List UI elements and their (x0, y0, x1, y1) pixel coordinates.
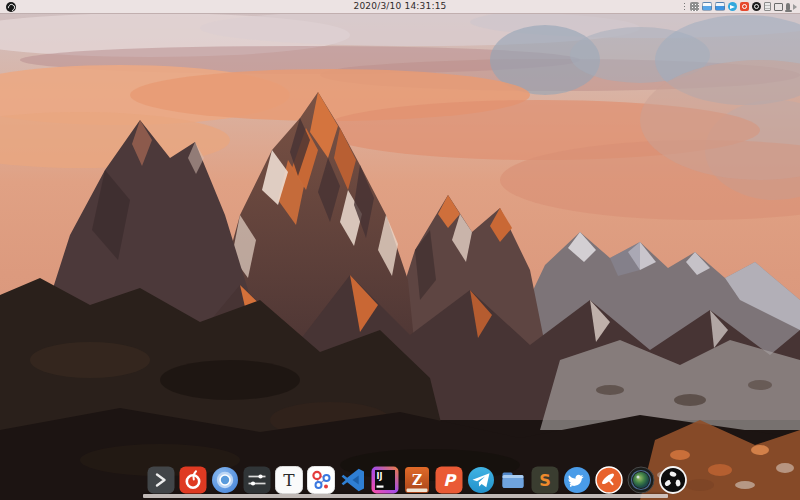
dock-item-crossover[interactable] (594, 465, 624, 495)
desktop: 2020/3/10 14:31:15 (0, 0, 800, 500)
svg-text:IJ: IJ (377, 472, 383, 481)
typora-icon: T (274, 465, 304, 495)
obs-tray-icon[interactable] (752, 2, 761, 11)
dock-item-telegram[interactable] (466, 465, 496, 495)
twitter-icon (562, 465, 592, 495)
dock-item-sublime-text[interactable]: S (530, 465, 560, 495)
folder-icon (498, 465, 528, 495)
dock-item-twitter[interactable] (562, 465, 592, 495)
baidu-netdisk-icon (306, 465, 336, 495)
dock-item-file-manager[interactable] (498, 465, 528, 495)
chromium-icon (210, 465, 240, 495)
dock-item-baidu-netdisk[interactable] (306, 465, 336, 495)
dock-item-typora[interactable]: T (274, 465, 304, 495)
clipboard-tray-icon[interactable] (764, 2, 771, 11)
keyboard-indicator-icon[interactable] (690, 2, 699, 11)
system-tray (683, 0, 797, 13)
wallpaper-mountain (0, 0, 800, 500)
dock-item-vscode[interactable] (338, 465, 368, 495)
dock-item-netease-music[interactable] (178, 465, 208, 495)
dock-item-zotero[interactable]: Z (402, 465, 432, 495)
input-method-icon[interactable] (702, 2, 712, 11)
zotero-icon: Z (402, 465, 432, 495)
dock-item-obs-studio[interactable] (658, 465, 688, 495)
panel-expand-arrow-icon[interactable] (793, 4, 797, 10)
sublime-text-icon: S (530, 465, 560, 495)
intellij-idea-icon: IJ (370, 465, 400, 495)
dock-item-camera[interactable] (626, 465, 656, 495)
obs-studio-icon (658, 465, 688, 495)
svg-text:Z: Z (412, 472, 422, 488)
netease-tray-icon[interactable] (740, 2, 749, 11)
settings-sliders-icon (242, 465, 272, 495)
crossover-icon (594, 465, 624, 495)
svg-text:S: S (539, 471, 551, 490)
dock-item-terminal[interactable] (146, 465, 176, 495)
telegram-icon (466, 465, 496, 495)
dock-item-chromium[interactable] (210, 465, 240, 495)
tray-handle-icon[interactable] (683, 2, 687, 11)
menubar: 2020/3/10 14:31:15 (0, 0, 800, 14)
input-method-panel-icon[interactable] (715, 2, 725, 11)
terminal-icon (146, 465, 176, 495)
dock-item-settings[interactable] (242, 465, 272, 495)
clock[interactable]: 2020/3/10 14:31:15 (353, 0, 446, 13)
display-tray-icon[interactable] (774, 3, 783, 11)
audio-tray-icon[interactable] (786, 3, 790, 11)
vscode-icon (338, 465, 368, 495)
launcher-menu-icon[interactable] (6, 2, 16, 12)
svg-text:T: T (283, 470, 295, 490)
dock-item-wps-presentation[interactable]: P (434, 465, 464, 495)
telegram-tray-icon[interactable] (728, 2, 737, 11)
camera-lens-icon (626, 465, 656, 495)
dock: T (146, 465, 688, 495)
wps-presentation-icon: P (434, 465, 464, 495)
netease-music-icon (178, 465, 208, 495)
dock-item-intellij-idea[interactable]: IJ (370, 465, 400, 495)
